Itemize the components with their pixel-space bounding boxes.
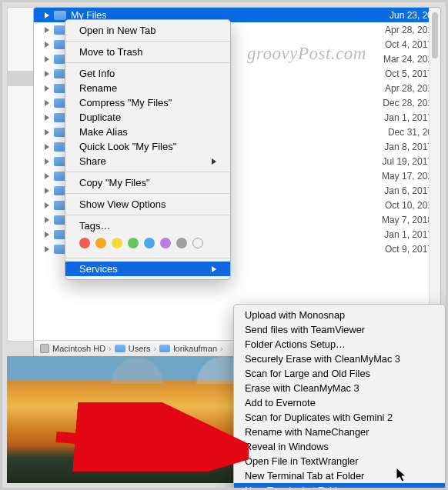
- services-item-label: Scan for Large and Old Files: [245, 366, 370, 381]
- services-item[interactable]: Scan for Large and Old Files: [234, 366, 445, 381]
- services-item[interactable]: Add to Evernote: [234, 395, 445, 410]
- services-item-label: Scan for Duplicates with Gemini 2: [245, 410, 393, 425]
- disclosure-triangle-icon[interactable]: [45, 71, 49, 77]
- disclosure-triangle-icon[interactable]: [45, 246, 49, 252]
- disclosure-triangle-icon[interactable]: [45, 100, 49, 106]
- services-item[interactable]: Upload with Monosnap: [234, 308, 445, 322]
- tag-color-dot[interactable]: [79, 238, 90, 248]
- services-item[interactable]: New Terminal at Folder: [234, 483, 445, 490]
- menu-make-alias[interactable]: Make Alias: [65, 125, 230, 139]
- tag-color-dot[interactable]: [160, 238, 171, 248]
- tag-color-dot[interactable]: [95, 238, 106, 248]
- scrollbar[interactable]: [429, 8, 440, 341]
- services-item-label: Add to Evernote: [245, 395, 316, 410]
- path-label: lorikaufman: [173, 344, 217, 353]
- menu-move-to-trash[interactable]: Move to Trash: [65, 45, 230, 59]
- sidebar-strip: [7, 7, 33, 342]
- services-submenu: Upload with MonosnapSend files with Team…: [233, 304, 446, 490]
- disclosure-triangle-icon[interactable]: [45, 27, 49, 33]
- menu-quick-look[interactable]: Quick Look "My Files": [65, 139, 230, 154]
- services-item[interactable]: Securely Erase with CleanMyMac 3: [234, 352, 445, 366]
- tag-color-dot[interactable]: [128, 238, 139, 248]
- menu-tags[interactable]: Tags…: [65, 218, 230, 233]
- menu-show-view-options[interactable]: Show View Options: [65, 197, 230, 212]
- services-item-label: Folder Actions Setup…: [245, 337, 346, 352]
- menu-get-info[interactable]: Get Info: [65, 66, 230, 81]
- tag-none-dot[interactable]: [192, 238, 203, 248]
- disclosure-triangle-icon[interactable]: [45, 129, 49, 135]
- context-menu: Open in New Tab Move to Trash Get Info R…: [65, 19, 231, 280]
- disclosure-triangle-icon[interactable]: [45, 158, 49, 165]
- services-item-label: New Terminal Tab at Folder: [245, 468, 364, 483]
- folder-icon: [54, 11, 66, 20]
- disclosure-triangle-icon[interactable]: [45, 202, 49, 208]
- menu-separator: [66, 172, 229, 172]
- menu-open-new-tab[interactable]: Open in New Tab: [65, 23, 230, 38]
- menu-services[interactable]: Services: [65, 262, 230, 276]
- menu-compress[interactable]: Compress "My Files": [65, 95, 230, 110]
- services-item-label: Send files with TeamViewer: [245, 322, 365, 337]
- menu-rename[interactable]: Rename: [65, 81, 230, 95]
- services-item-label: Upload with Monosnap: [245, 308, 345, 322]
- tags-row: [65, 233, 230, 255]
- sidebar-selection: [8, 71, 33, 86]
- disclosure-triangle-icon[interactable]: [45, 144, 49, 150]
- scrollbar-thumb[interactable]: [432, 12, 438, 58]
- menu-separator: [66, 193, 229, 194]
- path-label: Users: [129, 344, 151, 353]
- disclosure-triangle-icon[interactable]: [45, 56, 49, 62]
- disclosure-triangle-icon[interactable]: [45, 173, 49, 179]
- tag-color-dot[interactable]: [144, 238, 155, 248]
- services-item[interactable]: Scan for Duplicates with Gemini 2: [234, 410, 445, 425]
- services-item[interactable]: Erase with CleanMyMac 3: [234, 381, 445, 395]
- path-label: Macintosh HD: [52, 344, 105, 353]
- menu-separator: [66, 41, 229, 42]
- menu-separator: [66, 215, 229, 215]
- services-item[interactable]: Send files with TeamViewer: [234, 322, 445, 337]
- services-item-label: Open File in TextWrangler: [245, 454, 358, 468]
- disclosure-triangle-icon[interactable]: [45, 12, 49, 18]
- menu-separator: [66, 258, 229, 258]
- submenu-arrow-icon: [212, 266, 216, 272]
- services-item-label: New Terminal at Folder: [245, 483, 346, 490]
- chevron-right-icon: ›: [220, 344, 223, 353]
- path-segment[interactable]: Macintosh HD: [40, 344, 105, 353]
- menu-share[interactable]: Share: [65, 154, 230, 168]
- services-item-label: Rename with NameChanger: [245, 425, 369, 439]
- menu-separator: [66, 62, 229, 63]
- disclosure-triangle-icon[interactable]: [45, 42, 49, 48]
- services-item-label: Reveal in Windows: [245, 439, 329, 454]
- tag-color-dot[interactable]: [176, 238, 187, 248]
- submenu-arrow-icon: [212, 158, 216, 165]
- services-item[interactable]: Rename with NameChanger: [234, 425, 445, 439]
- disclosure-triangle-icon[interactable]: [45, 85, 49, 92]
- menu-copy[interactable]: Copy "My Files": [65, 175, 230, 190]
- path-segment[interactable]: Users: [115, 344, 151, 353]
- path-segment[interactable]: lorikaufman: [159, 344, 217, 353]
- chevron-right-icon: ›: [153, 344, 156, 353]
- services-item-label: Erase with CleanMyMac 3: [245, 381, 359, 395]
- tag-color-dot[interactable]: [112, 238, 122, 248]
- disclosure-triangle-icon[interactable]: [45, 232, 49, 238]
- folder-icon: [115, 345, 125, 352]
- folder-icon: [159, 345, 170, 352]
- chevron-right-icon: ›: [109, 344, 112, 353]
- services-item-label: Securely Erase with CleanMyMac 3: [245, 352, 400, 366]
- services-item[interactable]: Open File in TextWrangler: [234, 454, 445, 468]
- disclosure-triangle-icon[interactable]: [45, 188, 49, 194]
- services-item[interactable]: New Terminal Tab at Folder: [234, 468, 445, 483]
- disclosure-triangle-icon[interactable]: [45, 115, 49, 121]
- disk-icon: [40, 344, 49, 353]
- menu-duplicate[interactable]: Duplicate: [65, 110, 230, 125]
- services-item[interactable]: Reveal in Windows: [234, 439, 445, 454]
- services-item[interactable]: Folder Actions Setup…: [234, 337, 445, 352]
- disclosure-triangle-icon[interactable]: [45, 217, 49, 223]
